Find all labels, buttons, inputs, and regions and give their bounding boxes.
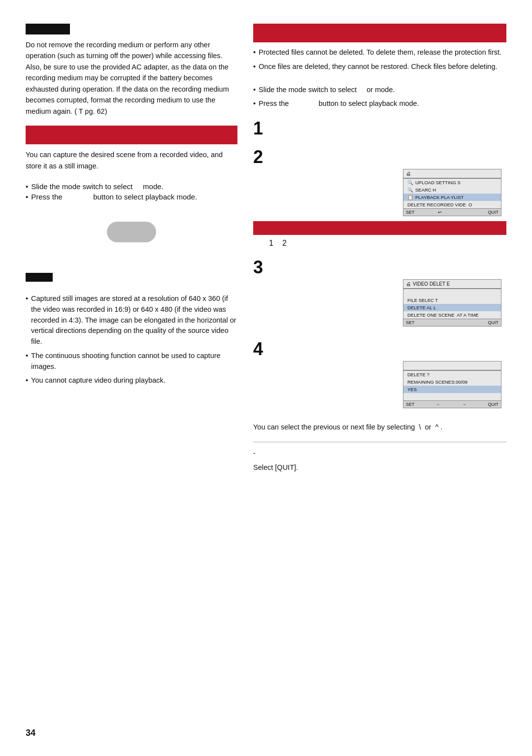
step-3-block: 3 🖨 VIDEO DELET E FILE SELEC T: [253, 255, 506, 331]
sm2-row-deletescene: DELETE ONE SCENE AT A TIME: [403, 311, 501, 319]
prev-next-text: You can select the previous or next file…: [253, 422, 506, 433]
right-slide-press: • Slide the mode switch to select or mod…: [253, 84, 506, 112]
warning-text: Do not remove the recording medium or pe…: [26, 39, 237, 117]
left-column: Do not remove the recording medium or pe…: [26, 24, 237, 732]
sm3-row-blank: [403, 393, 501, 400]
sm2-header: 🖨 VIDEO DELET E: [403, 280, 501, 288]
note-item-2: • The continuous shooting function canno…: [26, 351, 237, 372]
sm1-playback-icon: 📋: [407, 195, 413, 200]
right-press-line: • Press the button to select playback mo…: [253, 98, 506, 110]
screen-3-wrap: DELETE ? REMAINING SCENES:00/09 YES SET …: [253, 361, 506, 408]
sm3-row-delete: DELETE ?: [403, 371, 501, 378]
step-1-block: 1: [253, 116, 506, 139]
notes-section: • Captured still images are stored at a …: [26, 294, 237, 390]
screen-mockup-1: 🖨 🔍 UPLOAD SETTING S 🔍 SEARC H 📋: [403, 169, 501, 216]
note-minus: -: [253, 449, 506, 457]
sm1-row-delete: DELETE RECORDED VIDE O: [403, 201, 501, 208]
step-2-block: 2 🖨 🔍 UPLOAD SETTING S 🔍 SEARC H: [253, 144, 506, 250]
press-line: • Press the button to select playback mo…: [26, 193, 237, 201]
capture-desc: You can capture the desired scene from a…: [26, 149, 237, 171]
sm1-printer-icon: 🖨: [406, 171, 411, 176]
sm1-row-upload: 🔍 UPLOAD SETTING S: [403, 179, 501, 186]
sm1-footer: SET ↩ QUIT: [403, 208, 501, 216]
screen-mockup-2: 🖨 VIDEO DELET E FILE SELEC T DELETE AL L: [403, 279, 501, 327]
sm1-row-search: 🔍 SEARC H: [403, 186, 501, 194]
step-4-num: 4: [253, 340, 506, 358]
page-number: 34: [26, 728, 35, 738]
delete-bullet-2: • Once files are deleted, they cannot be…: [253, 62, 506, 72]
right-column: • Protected files cannot be deleted. To …: [253, 24, 506, 732]
sm3-row-remaining: REMAINING SCENES:00/09: [403, 378, 501, 386]
sm2-row-deleteall: DELETE AL L: [403, 304, 501, 311]
sm1-search-icon: 🔍: [407, 187, 413, 193]
page: Do not remove the recording medium or pe…: [0, 0, 532, 756]
red-bar-small: [253, 221, 506, 235]
step-2-num: 2: [253, 148, 506, 166]
sm1-header: 🖨: [403, 169, 501, 178]
screen-1-wrap: 🖨 🔍 UPLOAD SETTING S 🔍 SEARC H 📋: [253, 169, 506, 216]
sm3-footer: SET ← → QUIT: [403, 400, 501, 408]
red-bar-capture: [26, 126, 237, 144]
step-4-block: 4 DELETE ? REMAINING SCENES:00/09 YES: [253, 336, 506, 413]
sm2-footer: SET QUIT: [403, 319, 501, 326]
press-text: Press the button to select playback mode…: [31, 193, 197, 201]
divider: [253, 442, 506, 442]
step-1-num: 1: [253, 120, 506, 137]
black-bar-notes: [26, 273, 53, 282]
note-item-3: • You cannot capture video during playba…: [26, 375, 237, 386]
slide-mode-text: Slide the mode switch to select mode.: [31, 182, 163, 191]
sm2-row-fileselect: FILE SELEC T: [403, 296, 501, 304]
note-item-1: • Captured still images are stored at a …: [26, 294, 237, 347]
delete-bullets: • Protected files cannot be deleted. To …: [253, 47, 506, 76]
sm1-upload-icon: 🔍: [407, 180, 413, 185]
sm3-header: [403, 362, 501, 370]
red-bar-delete: [253, 24, 506, 42]
delete-bullet-1: • Protected files cannot be deleted. To …: [253, 47, 506, 58]
slide-mode-line: • Slide the mode switch to select mode.: [26, 182, 237, 191]
capture-steps: • Slide the mode switch to select mode. …: [26, 182, 237, 203]
inline-nums: 1 2: [269, 239, 506, 248]
sm2-row-blank: [403, 289, 501, 296]
screen-2-wrap: 🖨 VIDEO DELET E FILE SELEC T DELETE AL L: [253, 279, 506, 327]
sm1-row-playback: 📋 PLAYBACK PLA YLIST: [403, 194, 501, 201]
sm2-printer-icon: 🖨: [406, 281, 411, 287]
black-bar-warning: [26, 24, 70, 34]
delete-bullet-2-text: Once files are deleted, they cannot be r…: [259, 62, 497, 72]
step-3-num: 3: [253, 259, 506, 276]
select-quit-text: Select [QUIT].: [253, 462, 506, 473]
screen-mockup-3: DELETE ? REMAINING SCENES:00/09 YES SET …: [403, 361, 501, 408]
oval-button-graphic: [107, 222, 156, 242]
delete-bullet-1-text: Protected files cannot be deleted. To de…: [259, 47, 501, 58]
sm3-row-yes: YES: [403, 386, 501, 393]
right-slide-line: • Slide the mode switch to select or mod…: [253, 84, 506, 96]
